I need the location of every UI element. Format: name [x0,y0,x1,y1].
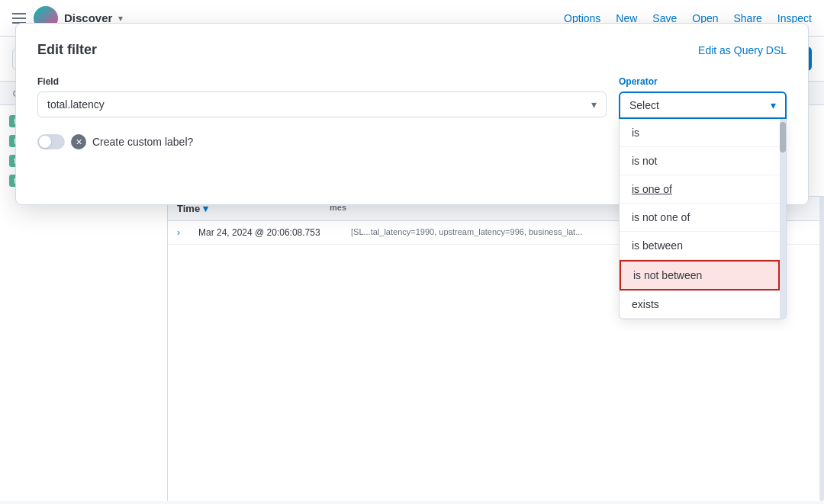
clear-icon[interactable]: ✕ [71,134,86,149]
operator-is-label: is [632,127,639,139]
modal-fields-row: Field total.latency Operator Select [37,76,787,119]
operator-is-one-of-label: is one of [632,183,672,195]
field-label: Field [37,76,607,87]
dropdown-scrollbar-thumb [780,122,786,152]
custom-label-toggle[interactable] [37,134,65,149]
operator-group: Operator Select is is not [619,76,787,119]
operator-option-is-not[interactable]: is not [620,147,780,175]
operator-is-not-one-of-label: is not one of [632,211,690,223]
operator-option-exists[interactable]: exists [620,291,780,319]
time-cell: Mar 24, 2024 @ 20:06:08.753 [198,227,336,238]
field-chevron-down [591,98,597,111]
modal-header: Edit filter Edit as Query DSL [37,42,787,58]
custom-label-text: Create custom label? [92,136,193,148]
operator-exists-label: exists [632,298,659,310]
operator-option-is-one-of[interactable]: is one of [620,175,780,204]
field-group: Field total.latency [37,76,607,117]
operator-select[interactable]: Select [619,91,787,119]
field-select[interactable]: total.latency [37,91,607,117]
modal-title: Edit filter [37,42,97,58]
operator-chevron-down [771,99,776,111]
operator-option-is-not-between[interactable]: is not between [620,260,780,291]
operator-option-is-not-one-of[interactable]: is not one of [620,204,780,232]
chevron-down-icon: ▾ [118,13,123,24]
operator-is-between-label: is between [632,239,683,252]
operator-label: Operator [619,76,787,87]
operator-placeholder: Select [629,99,659,111]
expand-row-icon[interactable]: › [177,227,180,238]
operator-option-is[interactable]: is [620,119,780,147]
operator-is-not-between-label: is not between [633,269,702,281]
operator-dropdown: is is not is one of is not one of [619,119,787,319]
edit-filter-modal: Edit filter Edit as Query DSL Field tota… [15,23,809,205]
operator-option-is-between[interactable]: is between [620,232,780,260]
operator-is-not-label: is not [632,155,657,167]
dropdown-scrollbar[interactable] [780,119,786,319]
toggle-knob [39,136,51,148]
field-value: total.latency [47,98,105,111]
edit-query-dsl-link[interactable]: Edit as Query DSL [698,44,787,56]
